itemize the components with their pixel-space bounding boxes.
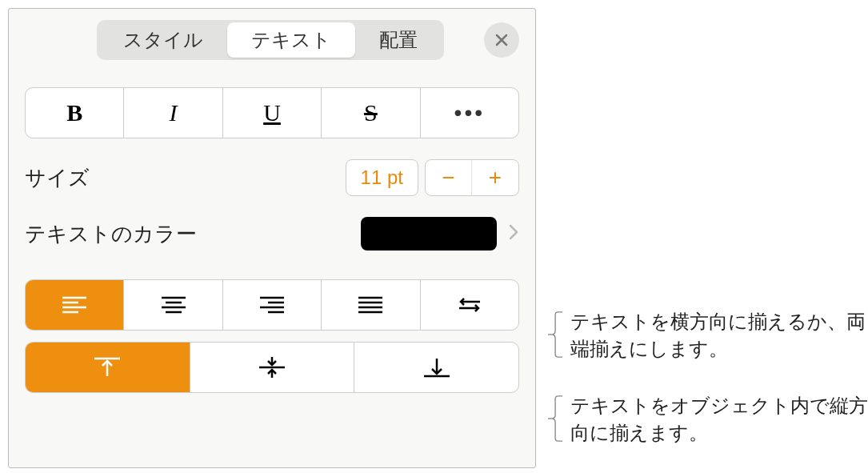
size-label: サイズ	[25, 164, 90, 192]
size-decrease-button[interactable]: −	[426, 160, 472, 195]
bold-button[interactable]: B	[26, 88, 124, 138]
valign-middle-button[interactable]	[190, 343, 355, 392]
size-stepper: − +	[425, 159, 519, 196]
valign-bottom-icon	[421, 355, 453, 380]
align-center-icon	[160, 293, 187, 317]
text-direction-icon	[456, 293, 483, 317]
tab-bar: スタイル テキスト 配置	[9, 9, 535, 68]
size-increase-button[interactable]: +	[472, 160, 518, 195]
size-value[interactable]: 11 pt	[346, 159, 418, 196]
size-row: サイズ 11 pt − +	[25, 159, 519, 196]
vertical-align-row	[25, 342, 519, 393]
tab-text[interactable]: テキスト	[227, 22, 355, 58]
valign-middle-icon	[256, 355, 288, 380]
strikethrough-button[interactable]: S	[322, 88, 420, 138]
align-justify-button[interactable]	[322, 280, 420, 330]
tab-arrange[interactable]: 配置	[355, 22, 442, 58]
annotation-vertical: テキストをオブジェクト内で縦方向に揃えます。	[548, 392, 868, 446]
horizontal-align-row	[25, 279, 519, 331]
close-button[interactable]	[484, 22, 519, 58]
bracket-icon	[548, 392, 564, 445]
valign-top-icon	[91, 355, 123, 380]
align-right-button[interactable]	[223, 280, 322, 330]
align-right-icon	[258, 293, 286, 317]
underline-button[interactable]: U	[223, 88, 322, 138]
bracket-icon	[548, 308, 564, 361]
annotation-vertical-text: テキストをオブジェクト内で縦方向に揃えます。	[570, 392, 868, 446]
align-center-button[interactable]	[124, 280, 222, 330]
align-left-button[interactable]	[26, 280, 124, 330]
callout-annotations: テキストを横方向に揃えるか、両端揃えにします。 テキストをオブジェクト内で縦方向…	[548, 308, 868, 473]
color-row: テキストのカラー	[25, 217, 519, 251]
format-panel: スタイル テキスト 配置 B I U S ••• サイズ 11 pt − + テ…	[8, 8, 536, 468]
more-options-button[interactable]: •••	[421, 88, 518, 138]
valign-bottom-button[interactable]	[354, 343, 518, 392]
close-icon	[494, 32, 510, 48]
text-direction-button[interactable]	[421, 280, 518, 330]
color-label: テキストのカラー	[25, 220, 197, 248]
annotation-horizontal: テキストを横方向に揃えるか、両端揃えにします。	[548, 308, 868, 362]
valign-top-button[interactable]	[26, 343, 190, 392]
align-justify-icon	[357, 293, 384, 317]
alignment-section	[25, 279, 519, 393]
align-left-icon	[61, 293, 88, 317]
tab-style[interactable]: スタイル	[99, 22, 227, 58]
color-swatch[interactable]	[361, 217, 497, 251]
annotation-horizontal-text: テキストを横方向に揃えるか、両端揃えにします。	[570, 308, 868, 362]
italic-button[interactable]: I	[124, 88, 222, 138]
tab-group: スタイル テキスト 配置	[97, 20, 444, 60]
chevron-right-icon[interactable]	[508, 222, 519, 247]
format-row: B I U S •••	[25, 87, 519, 138]
